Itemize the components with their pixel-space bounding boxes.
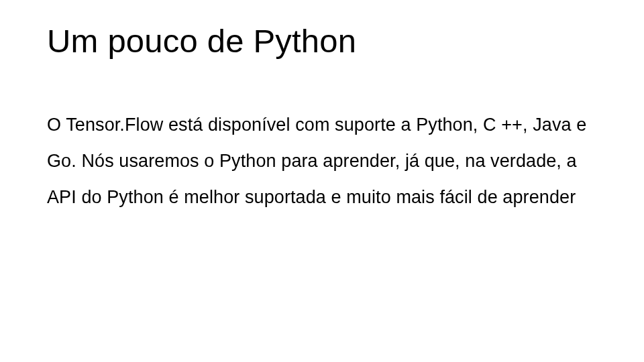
slide-title: Um pouco de Python bbox=[47, 23, 597, 60]
slide-body-text: O Tensor.Flow está disponível com suport… bbox=[47, 107, 597, 215]
slide: Um pouco de Python O Tensor.Flow está di… bbox=[0, 0, 644, 362]
